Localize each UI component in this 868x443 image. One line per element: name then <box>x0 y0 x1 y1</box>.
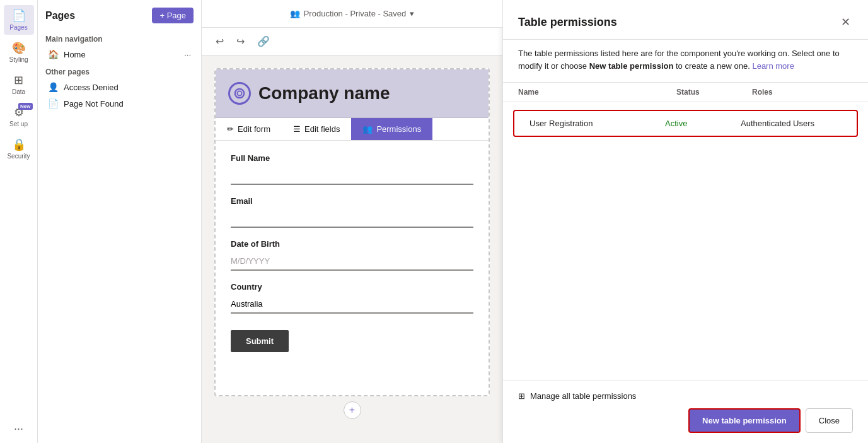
tab-permissions-label: Permissions <box>376 124 421 134</box>
new-table-permission-button[interactable]: New table permission <box>688 408 801 433</box>
sidebar-item-styling-label: Styling <box>9 56 28 63</box>
svg-point-0 <box>235 89 244 98</box>
email-label: Email <box>231 196 473 206</box>
permissions-table-header: Name Status Roles <box>503 83 868 102</box>
panel-title: Table permissions <box>518 16 617 29</box>
chevron-down-icon: ▾ <box>410 9 414 18</box>
undo-button[interactable]: ↩ <box>212 33 228 50</box>
dob-label: Date of Birth <box>231 239 473 249</box>
tab-edit-fields[interactable]: ☰ Edit fields <box>282 118 351 140</box>
permission-roles: Authenticated Users <box>741 119 842 128</box>
pages-panel: Pages + Page Main navigation 🏠 Home ··· … <box>38 0 202 443</box>
col-roles: Roles <box>752 88 853 97</box>
panel-description: The table permissions listed here are fo… <box>503 40 868 83</box>
permissions-table-body: User Registration Active Authenticated U… <box>503 102 868 381</box>
field-dob: Date of Birth <box>231 239 473 271</box>
field-email: Email <box>231 196 473 228</box>
tab-edit-form[interactable]: ✏ Edit form <box>216 118 282 140</box>
nav-item-home-options[interactable]: ··· <box>184 50 191 59</box>
redo-button[interactable]: ↪ <box>233 33 248 50</box>
permission-row[interactable]: User Registration Active Authenticated U… <box>513 110 858 137</box>
tab-edit-fields-label: Edit fields <box>304 124 340 134</box>
more-options-icon[interactable]: ··· <box>14 422 23 435</box>
access-denied-icon: 👤 <box>48 82 59 92</box>
company-logo-icon <box>228 82 251 105</box>
permission-name: User Registration <box>529 119 665 128</box>
field-country: Country <box>231 282 473 314</box>
manage-all-link[interactable]: ⊞ Manage all table permissions <box>518 391 853 401</box>
sidebar-icons: 📄 Pages 🎨 Styling ⊞ Data ⚙ Set up New 🔒 … <box>0 0 38 443</box>
country-label: Country <box>231 282 473 292</box>
top-bar-title[interactable]: 👥 Production - Private - Saved ▾ <box>290 9 415 18</box>
dob-input[interactable] <box>231 252 473 271</box>
sidebar-item-security[interactable]: 🔒 Security <box>4 134 34 163</box>
home-icon: 🏠 <box>48 49 59 59</box>
permission-status: Active <box>665 119 741 128</box>
description-suffix: to create a new one. <box>673 61 749 71</box>
security-icon: 🔒 <box>12 138 26 151</box>
other-pages-section-label: Other pages <box>38 62 201 79</box>
sidebar-item-setup[interactable]: ⚙ Set up New <box>4 102 34 131</box>
new-badge: New <box>18 103 32 110</box>
nav-item-access-denied-label: Access Denied <box>64 83 119 92</box>
manage-label: Manage all table permissions <box>530 391 636 401</box>
canvas-area: 👥 Production - Private - Saved ▾ ↩ ↪ 🔗 C… <box>202 0 502 443</box>
pages-icon: 📄 <box>12 9 26 23</box>
panel-footer: ⊞ Manage all table permissions New table… <box>503 381 868 443</box>
svg-point-1 <box>237 91 241 95</box>
add-section-button[interactable]: + <box>344 401 361 419</box>
description-bold: New table permission <box>589 61 674 71</box>
pages-panel-title: Pages <box>45 10 75 21</box>
environment-icon: 👥 <box>290 9 300 18</box>
nav-item-page-not-found[interactable]: 📄 Page Not Found <box>40 95 199 112</box>
top-bar: 👥 Production - Private - Saved ▾ <box>202 0 502 28</box>
edit-form-icon: ✏ <box>227 124 234 134</box>
toolbar: ↩ ↪ 🔗 <box>202 28 502 56</box>
form-canvas: Company name ✏ Edit form ☰ Edit fields 👥… <box>214 68 490 396</box>
panel-header: Table permissions ✕ <box>503 0 868 40</box>
sidebar-item-pages-label: Pages <box>9 24 27 31</box>
submit-button[interactable]: Submit <box>231 330 289 352</box>
app-title: Production - Private - Saved <box>304 9 407 18</box>
pages-header: Pages + Page <box>38 8 201 30</box>
sidebar-item-styling[interactable]: 🎨 Styling <box>4 37 34 67</box>
manage-icon: ⊞ <box>518 391 525 401</box>
sidebar-item-setup-label: Set up <box>9 121 28 127</box>
form-tabs: ✏ Edit form ☰ Edit fields 👥 Permissions <box>216 118 489 141</box>
table-permissions-panel: Table permissions ✕ The table permission… <box>502 0 868 443</box>
panel-close-button[interactable]: ✕ <box>838 13 853 32</box>
tab-permissions[interactable]: 👥 Permissions <box>351 118 432 140</box>
styling-icon: 🎨 <box>12 41 26 55</box>
data-icon: ⊞ <box>14 73 23 87</box>
panel-actions: New table permission Close <box>518 408 853 433</box>
sidebar-item-security-label: Security <box>7 153 30 160</box>
nav-item-access-denied[interactable]: 👤 Access Denied <box>40 79 199 95</box>
page-not-found-icon: 📄 <box>48 98 59 109</box>
nav-item-page-not-found-label: Page Not Found <box>64 99 124 109</box>
add-page-button[interactable]: + Page <box>152 8 194 23</box>
sidebar-item-pages[interactable]: 📄 Pages <box>4 5 34 35</box>
sidebar-item-data[interactable]: ⊞ Data <box>4 69 34 99</box>
email-input[interactable] <box>231 210 473 228</box>
share-button[interactable]: 🔗 <box>253 33 274 50</box>
country-input[interactable] <box>231 295 473 314</box>
close-button[interactable]: Close <box>806 408 853 433</box>
field-full-name: Full Name <box>231 153 473 185</box>
permissions-icon: 👥 <box>362 124 373 134</box>
nav-item-home-label: Home <box>64 50 86 59</box>
main-nav-section-label: Main navigation <box>38 30 201 46</box>
nav-item-home[interactable]: 🏠 Home ··· <box>40 46 199 62</box>
form-header: Company name <box>216 69 489 118</box>
form-body: Full Name Email Date of Birth Country Su… <box>216 141 489 365</box>
col-name: Name <box>518 88 676 97</box>
edit-fields-icon: ☰ <box>293 124 301 134</box>
col-status: Status <box>676 88 752 97</box>
tab-edit-form-label: Edit form <box>238 124 270 134</box>
full-name-input[interactable] <box>231 167 473 185</box>
canvas-content: Company name ✏ Edit form ☰ Edit fields 👥… <box>202 56 502 443</box>
company-name: Company name <box>258 83 390 103</box>
full-name-label: Full Name <box>231 153 473 163</box>
learn-more-link[interactable]: Learn more <box>752 61 794 71</box>
sidebar-item-data-label: Data <box>12 88 25 95</box>
